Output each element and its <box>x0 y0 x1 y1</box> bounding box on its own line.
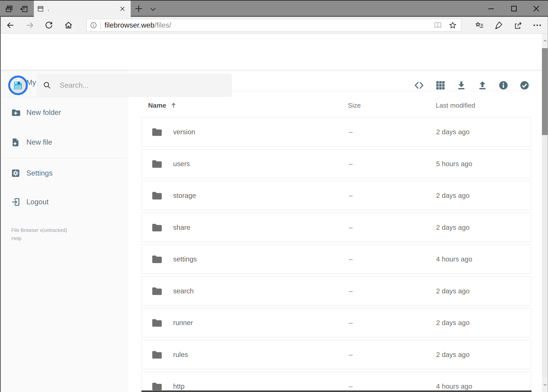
app-header <box>0 34 542 70</box>
sidebar-item-label: Logout <box>26 198 49 206</box>
settings-gear-icon <box>11 168 21 178</box>
tabs-set-aside-icon[interactable] <box>20 5 28 13</box>
more-options-icon[interactable] <box>533 21 542 30</box>
reading-view-icon[interactable] <box>434 21 442 29</box>
file-size: – <box>349 224 353 231</box>
table-row[interactable]: http – 4 hours ago <box>141 371 531 392</box>
sidebar: My files New folder New file Settings Lo… <box>0 70 128 392</box>
url-path: /files/ <box>154 21 171 29</box>
folder-icon <box>150 222 163 233</box>
table-row[interactable]: rules – 2 days ago <box>141 340 531 369</box>
favorite-star-icon[interactable] <box>448 21 457 29</box>
app-version-text: File Browser v(untracked) <box>11 227 67 233</box>
file-size: – <box>349 287 353 295</box>
table-row[interactable]: search – 2 days ago <box>141 276 531 306</box>
site-info-icon[interactable] <box>90 21 97 29</box>
grid-view-icon[interactable] <box>435 80 446 91</box>
browser-titlebar: . <box>0 0 548 17</box>
sidebar-item-label: Settings <box>26 169 53 177</box>
page-scrollbar[interactable] <box>542 34 548 392</box>
share-icon[interactable] <box>513 21 523 30</box>
file-name: share <box>173 224 190 231</box>
file-size: – <box>349 128 353 136</box>
file-size: – <box>349 192 353 199</box>
folder-icon <box>150 126 163 138</box>
window-maximize-button[interactable] <box>509 4 519 13</box>
scroll-down-icon[interactable] <box>542 378 548 392</box>
tab-close-icon[interactable] <box>119 5 126 12</box>
file-size: – <box>349 255 353 263</box>
folder-icon <box>150 381 163 392</box>
column-name-label: Name <box>148 102 166 109</box>
file-modified: 4 hours ago <box>436 382 472 390</box>
back-icon[interactable] <box>6 21 15 30</box>
file-size: – <box>349 382 353 390</box>
window-minimize-button[interactable] <box>486 4 496 13</box>
sidebar-divider <box>2 158 126 158</box>
file-modified: 2 days ago <box>436 192 470 199</box>
file-size: – <box>349 160 353 168</box>
sidebar-item-label: New folder <box>26 108 61 117</box>
tab-preview-icon[interactable] <box>5 5 14 13</box>
folder-icon <box>150 253 163 265</box>
file-modified: 5 hours ago <box>436 160 472 168</box>
file-name: runner <box>173 319 193 327</box>
page-favicon-icon <box>37 5 44 13</box>
file-modified: 4 hours ago <box>436 255 472 263</box>
home-icon[interactable] <box>64 21 73 30</box>
file-modified: 2 days ago <box>436 319 470 327</box>
url-text: filebrowser.web/files/ <box>104 21 171 29</box>
sidebar-item-new-file[interactable]: New file <box>0 135 128 149</box>
select-check-icon[interactable] <box>519 80 530 91</box>
info-icon[interactable] <box>498 80 509 91</box>
search-icon <box>43 81 51 90</box>
sidebar-item-label: New file <box>26 138 52 146</box>
upload-icon[interactable] <box>477 80 488 91</box>
table-row[interactable]: settings – 4 hours ago <box>141 244 531 274</box>
create-folder-icon <box>11 108 21 117</box>
help-link[interactable]: Help <box>11 236 21 241</box>
file-name: version <box>173 128 195 136</box>
new-tab-button[interactable] <box>134 4 143 13</box>
bottom-edge-strip <box>141 391 532 392</box>
scroll-up-icon[interactable] <box>542 34 548 48</box>
table-row[interactable]: version – 2 days ago <box>141 117 531 147</box>
sidebar-item-new-folder[interactable]: New folder <box>0 105 128 120</box>
window-close-button[interactable] <box>532 4 541 13</box>
address-bar[interactable]: filebrowser.web/files/ <box>86 19 461 32</box>
column-header-modified[interactable]: Last modified <box>436 102 475 109</box>
table-row[interactable]: storage – 2 days ago <box>141 181 531 210</box>
table-row[interactable]: users – 5 hours ago <box>141 149 531 178</box>
window-frame-left <box>0 17 1 392</box>
file-modified: 2 days ago <box>436 128 470 136</box>
file-modified: 2 days ago <box>436 351 470 358</box>
filebrowser-logo[interactable] <box>8 76 28 95</box>
refresh-icon[interactable] <box>44 21 53 30</box>
sidebar-item-settings[interactable]: Settings <box>0 166 128 181</box>
search-input[interactable] <box>37 74 232 97</box>
table-row[interactable]: share – 2 days ago <box>141 213 531 242</box>
web-note-pen-icon[interactable] <box>494 21 503 30</box>
address-separator <box>101 21 101 29</box>
folder-icon <box>150 285 163 297</box>
raw-code-icon[interactable] <box>414 80 424 91</box>
hub-favorites-icon[interactable] <box>475 21 484 30</box>
column-header-size[interactable]: Size <box>348 102 361 109</box>
scrollbar-thumb[interactable] <box>542 48 548 135</box>
browser-tab[interactable]: . <box>34 0 131 17</box>
column-header-name[interactable]: Name <box>148 102 177 109</box>
folder-icon <box>150 317 163 328</box>
forward-icon[interactable] <box>25 21 35 30</box>
file-modified: 2 days ago <box>436 287 470 295</box>
tab-title: . <box>48 5 119 12</box>
file-name: search <box>173 287 194 295</box>
floppy-disk-icon <box>13 80 23 91</box>
url-host: filebrowser.web <box>104 21 154 29</box>
sidebar-item-logout[interactable]: Logout <box>0 195 128 209</box>
tab-list-chevron-icon[interactable] <box>149 5 157 14</box>
download-icon[interactable] <box>456 80 467 91</box>
file-name: rules <box>173 351 188 358</box>
file-modified: 2 days ago <box>436 224 470 231</box>
table-row[interactable]: runner – 2 days ago <box>141 308 531 337</box>
create-file-icon <box>11 137 21 147</box>
